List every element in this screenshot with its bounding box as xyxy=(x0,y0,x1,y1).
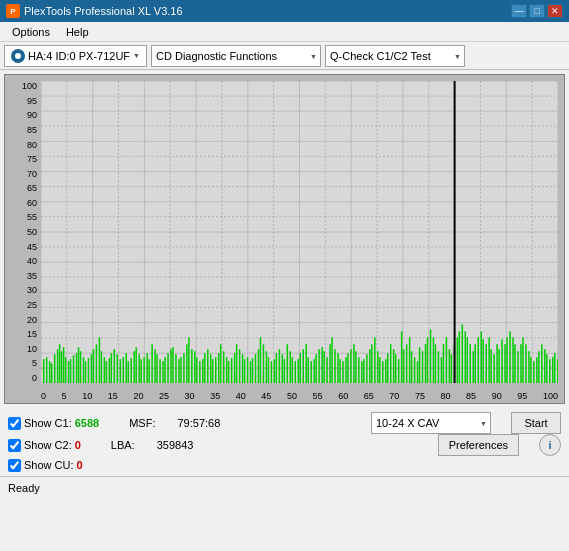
svg-rect-70 xyxy=(111,353,112,383)
svg-rect-83 xyxy=(146,353,147,383)
svg-rect-62 xyxy=(91,354,92,383)
svg-rect-144 xyxy=(307,357,308,383)
show-c2-checkbox[interactable] xyxy=(8,439,21,452)
svg-rect-100 xyxy=(191,349,192,383)
info-line-3: Show CU: 0 xyxy=(8,456,561,474)
svg-rect-103 xyxy=(199,361,200,383)
svg-rect-56 xyxy=(76,353,77,383)
menu-options[interactable]: Options xyxy=(4,24,58,40)
minimize-button[interactable]: — xyxy=(511,4,527,18)
x-label-55: 55 xyxy=(313,391,323,401)
y-label-60: 60 xyxy=(9,198,37,208)
y-label-40: 40 xyxy=(9,256,37,266)
svg-rect-95 xyxy=(178,359,179,383)
drive-button[interactable]: HA:4 ID:0 PX-712UF ▼ xyxy=(4,45,147,67)
show-c1-label[interactable]: Show C1: 6588 xyxy=(8,417,99,430)
svg-rect-128 xyxy=(266,351,267,383)
show-cu-checkbox[interactable] xyxy=(8,459,21,472)
show-c1-value: 6588 xyxy=(75,417,99,429)
svg-rect-88 xyxy=(159,359,160,383)
maximize-button[interactable]: □ xyxy=(529,4,545,18)
svg-rect-117 xyxy=(236,344,237,383)
status-text: Ready xyxy=(8,482,40,494)
svg-rect-182 xyxy=(409,337,410,383)
close-button[interactable]: ✕ xyxy=(547,4,563,18)
menu-bar: Options Help xyxy=(0,22,569,42)
svg-rect-108 xyxy=(212,359,213,383)
svg-rect-120 xyxy=(244,359,245,383)
svg-rect-109 xyxy=(215,357,216,383)
svg-rect-169 xyxy=(374,337,375,383)
y-label-45: 45 xyxy=(9,242,37,252)
svg-rect-174 xyxy=(387,353,388,383)
svg-rect-194 xyxy=(441,357,442,383)
svg-rect-74 xyxy=(123,357,124,383)
info-button[interactable]: i xyxy=(539,434,561,456)
svg-rect-178 xyxy=(398,359,399,383)
svg-rect-217 xyxy=(501,339,502,383)
svg-rect-238 xyxy=(557,359,558,383)
y-label-5: 5 xyxy=(9,358,37,368)
y-label-25: 25 xyxy=(9,300,37,310)
svg-rect-159 xyxy=(347,353,348,383)
svg-rect-225 xyxy=(522,337,523,383)
svg-rect-171 xyxy=(379,357,380,383)
svg-rect-107 xyxy=(210,354,211,383)
svg-rect-163 xyxy=(358,357,359,383)
speed-select[interactable]: 10-24 X CAV xyxy=(371,412,491,434)
function-select[interactable]: CD Diagnostic Functions xyxy=(151,45,321,67)
svg-rect-98 xyxy=(186,344,187,383)
show-cu-text: Show CU: xyxy=(24,459,74,471)
window-controls: — □ ✕ xyxy=(511,4,563,18)
svg-rect-125 xyxy=(258,349,259,383)
svg-rect-116 xyxy=(234,353,235,383)
x-label-95: 95 xyxy=(517,391,527,401)
svg-rect-155 xyxy=(337,353,338,383)
svg-rect-118 xyxy=(239,349,240,383)
test-select[interactable]: Q-Check C1/C2 Test xyxy=(325,45,465,67)
svg-rect-148 xyxy=(318,349,319,383)
show-c2-text: Show C2: xyxy=(24,439,72,451)
speed-select-wrapper: 10-24 X CAV xyxy=(371,412,491,434)
x-label-0: 0 xyxy=(41,391,46,401)
svg-rect-49 xyxy=(59,344,60,383)
preferences-button[interactable]: Preferences xyxy=(438,434,519,456)
svg-rect-170 xyxy=(377,351,378,383)
menu-help[interactable]: Help xyxy=(58,24,97,40)
svg-rect-130 xyxy=(271,361,272,383)
svg-rect-156 xyxy=(339,359,340,383)
start-button[interactable]: Start xyxy=(511,412,561,434)
svg-rect-189 xyxy=(427,337,428,383)
x-label-90: 90 xyxy=(492,391,502,401)
svg-rect-50 xyxy=(61,351,62,383)
svg-rect-112 xyxy=(223,351,224,383)
x-label-75: 75 xyxy=(415,391,425,401)
lba-label: LBA: xyxy=(111,439,135,451)
show-c2-label[interactable]: Show C2: 0 xyxy=(8,439,81,452)
y-label-20: 20 xyxy=(9,315,37,325)
x-label-100: 100 xyxy=(543,391,558,401)
y-axis: 0 5 10 15 20 25 30 35 40 45 50 55 60 65 … xyxy=(9,81,39,383)
x-label-45: 45 xyxy=(261,391,271,401)
y-label-50: 50 xyxy=(9,227,37,237)
svg-rect-106 xyxy=(207,349,208,383)
svg-rect-196 xyxy=(446,337,447,383)
info-rows-container: Show C1: 6588 MSF: 79:57:68 10-24 X CAV … xyxy=(0,408,569,476)
show-c1-checkbox[interactable] xyxy=(8,417,21,430)
svg-rect-190 xyxy=(430,329,431,383)
svg-rect-60 xyxy=(85,361,86,383)
svg-rect-146 xyxy=(313,359,314,383)
svg-rect-46 xyxy=(51,363,52,383)
svg-rect-179 xyxy=(401,331,402,383)
x-label-50: 50 xyxy=(287,391,297,401)
show-c1-text: Show C1: xyxy=(24,417,72,429)
svg-rect-66 xyxy=(101,351,102,383)
svg-rect-140 xyxy=(298,359,299,383)
svg-rect-123 xyxy=(252,358,253,383)
svg-rect-186 xyxy=(419,347,420,383)
svg-rect-58 xyxy=(80,351,81,383)
show-cu-label[interactable]: Show CU: 0 xyxy=(8,459,83,472)
toolbar-row: HA:4 ID:0 PX-712UF ▼ CD Diagnostic Funct… xyxy=(0,42,569,70)
svg-rect-142 xyxy=(302,349,303,383)
svg-rect-166 xyxy=(366,354,367,383)
